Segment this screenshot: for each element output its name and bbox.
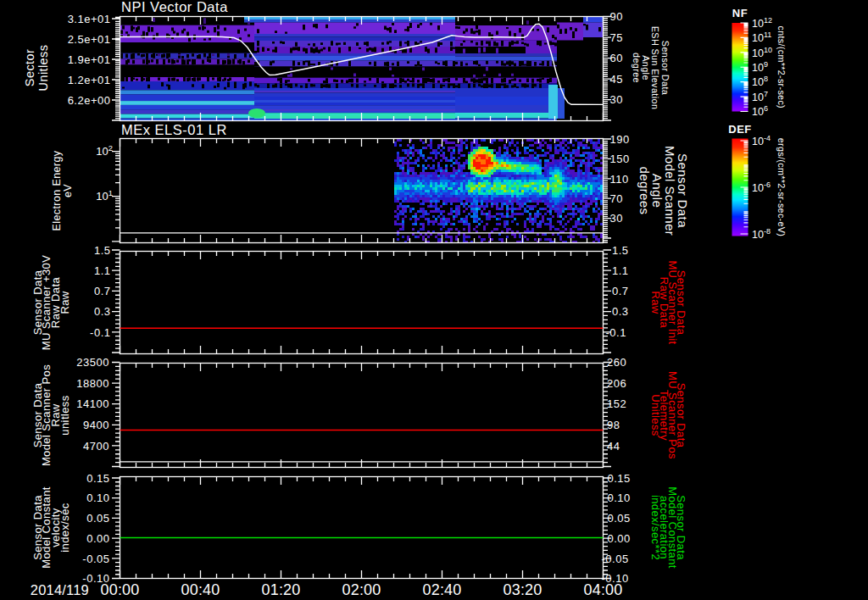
- svg-text:110: 110: [610, 173, 629, 186]
- svg-text:90: 90: [610, 10, 623, 23]
- svg-text:30: 30: [610, 93, 623, 106]
- svg-text:2014/119: 2014/119: [31, 582, 89, 597]
- svg-text:-0.05: -0.05: [602, 553, 629, 565]
- svg-text:1.9e+01: 1.9e+01: [68, 53, 111, 66]
- svg-text:00:40: 00:40: [181, 581, 220, 598]
- svg-text:degrees: degrees: [637, 166, 652, 214]
- svg-text:Electron Energy: Electron Energy: [51, 150, 63, 231]
- svg-text:MEx ELS-01 LR: MEx ELS-01 LR: [121, 122, 227, 137]
- svg-text:0.3: 0.3: [612, 305, 629, 318]
- svg-text:03:20: 03:20: [503, 581, 542, 598]
- svg-text:Angle: Angle: [641, 55, 651, 81]
- svg-text:ergs/(cm**2-sr-sec-eV): ergs/(cm**2-sr-sec-eV): [776, 138, 787, 236]
- svg-text:Sensor Data: Sensor Data: [660, 41, 670, 95]
- svg-text:44: 44: [607, 440, 620, 453]
- svg-text:152: 152: [607, 397, 626, 410]
- svg-text:1.1: 1.1: [612, 264, 629, 277]
- svg-text:02:00: 02:00: [342, 581, 381, 598]
- svg-text:30: 30: [610, 212, 623, 225]
- svg-text:DEF: DEF: [728, 123, 752, 136]
- svg-text:9400: 9400: [83, 419, 109, 431]
- svg-text:14100: 14100: [76, 397, 109, 410]
- svg-text:4700: 4700: [83, 440, 109, 453]
- svg-text:Unitless: Unitless: [36, 45, 50, 92]
- svg-text:0.05: 0.05: [86, 512, 109, 525]
- svg-text:3.1e+01: 3.1e+01: [68, 13, 111, 25]
- svg-text:0.15: 0.15: [86, 472, 109, 485]
- svg-text:NPI Vector Data: NPI Vector Data: [121, 0, 228, 14]
- svg-text:6.2e+00: 6.2e+00: [68, 94, 111, 107]
- svg-text:98: 98: [607, 419, 620, 431]
- svg-text:75: 75: [610, 31, 623, 44]
- svg-text:45: 45: [610, 73, 623, 86]
- svg-text:0.15: 0.15: [608, 472, 631, 485]
- svg-text:1.1: 1.1: [94, 264, 111, 277]
- svg-text:-0.05: -0.05: [82, 553, 109, 565]
- svg-text:index/sec: index/sec: [58, 503, 71, 553]
- svg-text:150: 150: [610, 153, 630, 165]
- svg-text:Raw: Raw: [58, 291, 71, 314]
- svg-text:0.7: 0.7: [94, 285, 111, 297]
- svg-text:cnts/(cm**2-sr-sec): cnts/(cm**2-sr-sec): [776, 26, 787, 108]
- svg-text:260: 260: [607, 356, 626, 369]
- svg-text:unitless: unitless: [58, 395, 71, 435]
- svg-text:04:00: 04:00: [583, 581, 622, 598]
- svg-text:02:40: 02:40: [422, 581, 461, 598]
- svg-text:Raw: Raw: [649, 291, 662, 314]
- svg-text:Sector: Sector: [23, 49, 36, 86]
- svg-text:1.2e+01: 1.2e+01: [68, 74, 111, 86]
- svg-text:00:00: 00:00: [100, 581, 139, 598]
- svg-text:ESH Sun Elevation: ESH Sun Elevation: [650, 26, 660, 110]
- svg-text:0.10: 0.10: [608, 492, 631, 504]
- svg-text:0.00: 0.00: [608, 532, 631, 545]
- svg-text:0.05: 0.05: [608, 512, 631, 525]
- svg-text:206: 206: [607, 377, 626, 390]
- svg-text:1.5: 1.5: [94, 244, 111, 257]
- svg-text:0.10: 0.10: [86, 492, 109, 504]
- svg-text:NF: NF: [732, 7, 748, 19]
- svg-text:-0.1: -0.1: [606, 326, 626, 339]
- svg-text:0.3: 0.3: [94, 305, 111, 318]
- svg-text:1.5: 1.5: [612, 244, 629, 257]
- svg-text:-0.1: -0.1: [90, 326, 110, 339]
- svg-text:degree: degree: [632, 53, 642, 83]
- svg-text:18800: 18800: [76, 377, 109, 390]
- svg-text:Unitless: Unitless: [649, 394, 662, 436]
- svg-text:23500: 23500: [76, 356, 109, 369]
- svg-text:190: 190: [610, 133, 630, 146]
- svg-text:index/sec**2: index/sec**2: [649, 495, 662, 560]
- svg-text:60: 60: [610, 52, 623, 64]
- svg-text:0.00: 0.00: [86, 532, 109, 545]
- svg-text:01:20: 01:20: [261, 581, 300, 598]
- svg-text:eV: eV: [62, 184, 74, 197]
- svg-text:70: 70: [610, 192, 623, 205]
- svg-text:0.7: 0.7: [612, 285, 629, 297]
- svg-text:2.5e+01: 2.5e+01: [68, 33, 111, 46]
